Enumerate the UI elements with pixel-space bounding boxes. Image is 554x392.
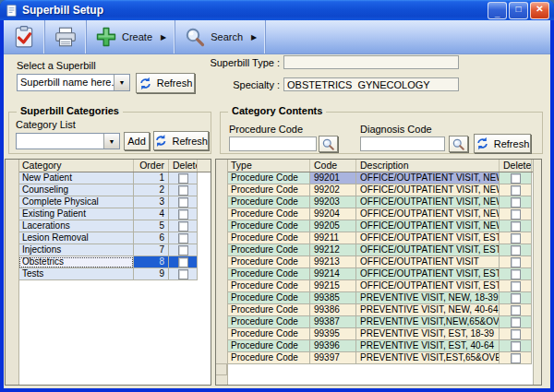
description-cell[interactable]: PREVENTIVE VISIT, NEW, 18-39 [356, 292, 500, 304]
dropdown-arrow-icon[interactable]: ▼ [114, 75, 129, 90]
order-cell[interactable]: 2 [134, 184, 169, 196]
description-cell[interactable]: OFFICE/OUTPATIENT VISIT, EST [356, 232, 500, 244]
category-cell[interactable]: Existing Patient [18, 208, 134, 220]
delete-checkbox[interactable] [511, 329, 521, 339]
categories-refresh-button[interactable]: Refresh [153, 131, 209, 150]
minimize-button[interactable]: _ [488, 2, 507, 19]
delete-checkbox[interactable] [511, 281, 521, 291]
code-cell[interactable]: 99211 [310, 232, 356, 244]
description-cell[interactable]: OFFICE/OUTPATIENT VISIT, NEW [356, 172, 500, 184]
category-cell[interactable]: Counseling [18, 184, 134, 196]
type-cell[interactable]: Procedure Code [227, 304, 310, 316]
close-button[interactable]: ✕ [530, 2, 549, 19]
type-cell[interactable]: Procedure Code [227, 208, 310, 220]
code-cell[interactable]: 99215 [310, 280, 356, 292]
delete-checkbox[interactable] [511, 257, 521, 267]
content-row[interactable]: Procedure Code99387PREVENTIVE VISIT,NEW,… [216, 316, 541, 328]
dropdown-arrow-icon[interactable]: ▼ [103, 134, 119, 148]
order-cell[interactable]: 9 [134, 268, 169, 280]
type-cell[interactable]: Procedure Code [227, 256, 310, 268]
delete-checkbox[interactable] [511, 341, 521, 351]
type-cell[interactable]: Procedure Code [227, 220, 310, 232]
procedure-code-input[interactable] [229, 137, 317, 151]
content-row[interactable]: ▶Procedure Code99201OFFICE/OUTPATIENT VI… [216, 172, 541, 184]
content-row[interactable]: Procedure Code99211OFFICE/OUTPATIENT VIS… [216, 232, 541, 244]
category-cell[interactable]: Lesion Removal [18, 232, 134, 244]
type-cell[interactable]: Procedure Code [227, 352, 310, 364]
column-header-description[interactable]: Description [356, 160, 500, 172]
delete-checkbox[interactable] [178, 245, 188, 255]
category-row[interactable]: Counseling2 [6, 184, 211, 196]
type-cell[interactable]: Procedure Code [227, 172, 310, 184]
column-header-delete[interactable]: Delete [500, 160, 532, 172]
code-cell[interactable]: 99396 [310, 340, 356, 352]
category-row[interactable]: Lacerations5 [6, 220, 211, 232]
category-cell[interactable]: Complete Physical [18, 196, 134, 208]
code-cell[interactable]: 99203 [310, 196, 356, 208]
code-cell[interactable]: 99213 [310, 256, 356, 268]
category-cell[interactable]: Injections [18, 244, 134, 256]
code-cell[interactable]: 99387 [310, 316, 356, 328]
type-cell[interactable]: Procedure Code [227, 328, 310, 340]
order-cell[interactable]: 5 [134, 220, 169, 232]
description-cell[interactable]: OFFICE/OUTPATIENT VISIT, EST [356, 268, 500, 280]
order-cell[interactable]: 8 [134, 256, 169, 268]
content-row[interactable]: Procedure Code99395PREVENTIVE VISIT, EST… [216, 328, 541, 340]
description-cell[interactable]: PREVENTIVE VISIT, EST, 40-64 [356, 340, 500, 352]
search-button[interactable]: Search ▶ [175, 20, 266, 53]
content-row[interactable]: Procedure Code99397PREVENTIVE VISIT,EST,… [216, 352, 541, 364]
delete-checkbox[interactable] [511, 233, 521, 244]
description-cell[interactable]: OFFICE/OUTPATIENT VISIT, EST [356, 244, 500, 256]
delete-checkbox[interactable] [178, 185, 188, 196]
contents-refresh-button[interactable]: Refresh [474, 134, 531, 153]
content-row[interactable]: Procedure Code99396PREVENTIVE VISIT, EST… [216, 340, 541, 352]
content-row[interactable]: Procedure Code99214OFFICE/OUTPATIENT VIS… [216, 268, 541, 280]
code-cell[interactable]: 99212 [310, 244, 356, 256]
description-cell[interactable]: PREVENTIVE VISIT,EST,65&OVER [356, 352, 500, 364]
delete-checkbox[interactable] [511, 173, 521, 184]
content-row[interactable]: Procedure Code99385PREVENTIVE VISIT, NEW… [216, 292, 541, 304]
category-row[interactable]: ▶Obstetrics8 [6, 256, 211, 268]
content-row[interactable]: Procedure Code99215OFFICE/OUTPATIENT VIS… [216, 280, 541, 292]
description-cell[interactable]: OFFICE/OUTPATIENT VISIT, EST [356, 280, 500, 292]
type-cell[interactable]: Procedure Code [227, 196, 310, 208]
content-row[interactable]: Procedure Code99204OFFICE/OUTPATIENT VIS… [216, 208, 541, 220]
description-cell[interactable]: OFFICE/OUTPATIENT VISIT, NEW [356, 184, 500, 196]
category-row[interactable]: Lesion Removal6 [6, 232, 211, 244]
category-row[interactable]: Complete Physical3 [6, 196, 211, 208]
content-row[interactable]: Procedure Code99386PREVENTIVE VISIT, NEW… [216, 304, 541, 316]
description-cell[interactable]: OFFICE/OUTPATIENT VISIT, NEW [356, 208, 500, 220]
content-row[interactable]: Procedure Code99202OFFICE/OUTPATIENT VIS… [216, 184, 541, 196]
delete-checkbox[interactable] [178, 221, 188, 232]
superbill-select-combo[interactable]: Superbill name here... ▼ [17, 74, 130, 91]
category-row[interactable]: Injections7 [6, 244, 211, 256]
type-cell[interactable]: Procedure Code [227, 316, 310, 328]
order-cell[interactable]: 3 [134, 196, 169, 208]
save-button[interactable] [4, 20, 45, 53]
code-cell[interactable]: 99395 [310, 328, 356, 340]
delete-checkbox[interactable] [178, 233, 188, 244]
diagnosis-code-input[interactable] [360, 137, 445, 151]
description-cell[interactable]: PREVENTIVE VISIT, NEW, 40-64 [356, 304, 500, 316]
code-cell[interactable]: 99385 [310, 292, 356, 304]
code-cell[interactable]: 99386 [310, 304, 356, 316]
delete-checkbox[interactable] [511, 293, 521, 303]
order-cell[interactable]: 4 [134, 208, 169, 220]
column-header-delete[interactable]: Delete [169, 160, 198, 172]
code-cell[interactable]: 99214 [310, 268, 356, 280]
description-cell[interactable]: OFFICE/OUTPATIENT VISIT, NEW [356, 220, 500, 232]
category-list-combo[interactable]: ▼ [16, 133, 120, 149]
delete-checkbox[interactable] [511, 245, 521, 255]
delete-checkbox[interactable] [178, 269, 188, 279]
content-row[interactable]: Procedure Code99213OFFICE/OUTPATIENT VIS… [216, 256, 541, 268]
column-header-order[interactable]: Order [134, 160, 169, 172]
delete-checkbox[interactable] [511, 185, 521, 196]
type-cell[interactable]: Procedure Code [227, 232, 310, 244]
code-cell[interactable]: 99202 [310, 184, 356, 196]
delete-checkbox[interactable] [178, 209, 188, 220]
delete-checkbox[interactable] [511, 269, 521, 279]
type-cell[interactable]: Procedure Code [227, 268, 310, 280]
delete-checkbox[interactable] [511, 305, 521, 315]
category-cell[interactable]: New Patient [18, 172, 134, 184]
title-bar[interactable]: Superbill Setup _ □ ✕ [0, 0, 554, 20]
